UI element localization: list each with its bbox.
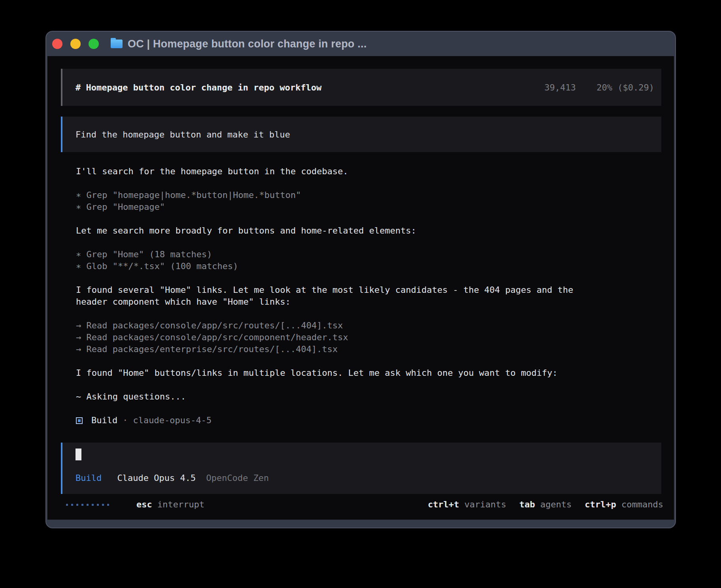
commands-label: commands bbox=[616, 499, 663, 509]
tool-call-grep: ∗ Grep "Home" (18 matches) bbox=[76, 249, 661, 260]
session-header: # Homepage button color change in repo w… bbox=[61, 69, 661, 106]
tool-call-read: → Read packages/console/app/src/routes/[… bbox=[76, 320, 661, 332]
terminal-content: # Homepage button color change in repo w… bbox=[47, 56, 674, 520]
shortcut-agents: tab agents bbox=[519, 499, 572, 511]
user-message: Find the homepage button and make it blu… bbox=[61, 117, 661, 152]
shortcut-interrupt: esc interrupt bbox=[136, 499, 204, 511]
assistant-transcript: I'll search for the homepage button in t… bbox=[76, 166, 661, 426]
assistant-text: I'll search for the homepage button in t… bbox=[76, 166, 661, 177]
separator-dot: · bbox=[123, 415, 128, 426]
input-meta: Build Claude Opus 4.5 OpenCode Zen bbox=[75, 472, 654, 484]
maximize-button[interactable] bbox=[89, 39, 99, 49]
tool-call-read: → Read packages/enterprise/src/routes/[.… bbox=[76, 343, 661, 355]
esc-key: esc bbox=[136, 499, 152, 509]
esc-label: interrupt bbox=[152, 499, 204, 509]
tool-call-read: → Read packages/console/app/src/componen… bbox=[76, 332, 661, 343]
variants-label: variants bbox=[459, 499, 506, 509]
token-count: 39,413 bbox=[544, 83, 576, 92]
text-cursor bbox=[75, 449, 81, 460]
agent-icon bbox=[76, 417, 83, 424]
window-title: OC | Homepage button color change in rep… bbox=[128, 38, 367, 50]
terminal-window: OC | Homepage button color change in rep… bbox=[45, 31, 676, 528]
session-stats: 39,413 20% ($0.29) bbox=[544, 83, 654, 92]
tool-call-grep: ∗ Grep "Homepage" bbox=[76, 201, 661, 213]
traffic-lights bbox=[52, 39, 99, 49]
session-title: # Homepage button color change in repo w… bbox=[75, 83, 322, 92]
context-usage: 20% ($0.29) bbox=[596, 83, 654, 92]
tool-call-grep: ∗ Grep "homepage|home.*button|Home.*butt… bbox=[76, 189, 661, 201]
model-label: Claude Opus 4.5 bbox=[117, 473, 196, 483]
working-status: ~ Asking questions... bbox=[76, 391, 661, 403]
folder-icon bbox=[111, 40, 123, 48]
assistant-text: Let me search more broadly for buttons a… bbox=[76, 225, 661, 237]
user-message-text: Find the homepage button and make it blu… bbox=[75, 130, 290, 139]
agent-model: claude-opus-4-5 bbox=[133, 415, 211, 426]
assistant-text: I found "Home" buttons/links in multiple… bbox=[76, 367, 661, 379]
ctrl-p-key: ctrl+p bbox=[585, 499, 616, 509]
agent-mode-label: Build bbox=[75, 473, 102, 483]
agent-status-row: Build · claude-opus-4-5 bbox=[76, 415, 661, 426]
agent-name: Build bbox=[91, 415, 117, 426]
prompt-input[interactable]: Build Claude Opus 4.5 OpenCode Zen bbox=[61, 443, 661, 494]
minimize-button[interactable] bbox=[70, 39, 81, 49]
provider-label: OpenCode Zen bbox=[206, 473, 269, 483]
titlebar: OC | Homepage button color change in rep… bbox=[46, 32, 675, 56]
shortcut-commands: ctrl+p commands bbox=[585, 499, 663, 511]
assistant-text: header component which have "Home" links… bbox=[76, 296, 661, 308]
ctrl-t-key: ctrl+t bbox=[428, 499, 459, 509]
spinner-dots bbox=[66, 504, 109, 506]
shortcut-variants: ctrl+t variants bbox=[428, 499, 506, 511]
tool-call-glob: ∗ Glob "**/*.tsx" (100 matches) bbox=[76, 260, 661, 272]
status-bar-right: ctrl+t variants tab agents ctrl+p comman… bbox=[428, 499, 663, 511]
close-button[interactable] bbox=[52, 39, 62, 49]
status-bar: esc interrupt ctrl+t variants tab agents… bbox=[66, 499, 663, 511]
agents-label: agents bbox=[535, 499, 572, 509]
tab-key: tab bbox=[519, 499, 535, 509]
status-bar-left: esc interrupt bbox=[66, 499, 204, 511]
assistant-text: I found several "Home" links. Let me loo… bbox=[76, 284, 661, 296]
